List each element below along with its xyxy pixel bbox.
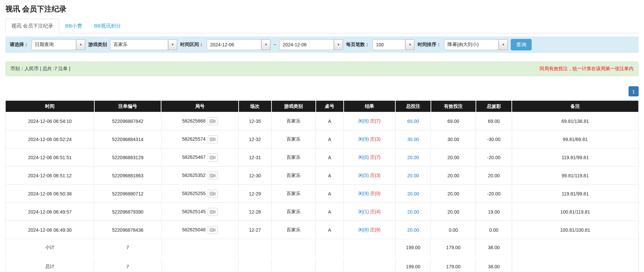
chevron-down-icon[interactable]: ▼ — [405, 39, 414, 50]
table-row: 2024-12-06 06:51:12 522096881863 5826253… — [6, 167, 639, 185]
header-bet-id: 注单编号 — [94, 101, 161, 112]
chevron-down-icon[interactable]: ▼ — [499, 39, 508, 50]
date-to-combobox: ▼ — [279, 39, 343, 50]
game-type-input[interactable] — [110, 39, 168, 50]
table-row: 2024-12-06 06:50:38 522096880712 5826252… — [6, 185, 639, 203]
cell-payout: 0.00 — [476, 221, 512, 239]
query-type-input[interactable] — [32, 39, 76, 50]
search-button[interactable]: 查询 — [511, 39, 532, 50]
video-icon — [210, 210, 215, 214]
page-root: 视讯 会员下注纪录 视讯 会员下注纪录 BB小费 BB视讯积分 请选择： ▼ 游… — [0, 0, 644, 272]
cell-time: 2024-12-06 06:49:57 — [6, 203, 94, 221]
total-bet-link[interactable]: 20.00 — [407, 155, 419, 160]
tab-video-bet-records[interactable]: 视讯 会员下注纪录 — [5, 19, 59, 33]
cell-valid-bet: 20.00 — [431, 185, 476, 203]
cell-payout: -20.00 — [476, 185, 512, 203]
cell-total-bet: 20.00 — [395, 203, 431, 221]
chevron-down-icon[interactable]: ▼ — [334, 39, 343, 50]
result-banker: 庄(3) — [370, 173, 381, 178]
cell-total-bet: 69.00 — [395, 112, 431, 130]
chevron-down-icon[interactable]: ▼ — [168, 39, 177, 50]
tab-bar: 视讯 会员下注纪录 BB小费 BB视讯积分 — [5, 19, 639, 33]
subtotal-row: 小计 7 199.00 179.00 38.00 — [6, 239, 639, 257]
cell-round-id: 582625048 — [161, 221, 238, 239]
cell-payout: 69.00 — [476, 112, 512, 130]
video-replay-button[interactable] — [208, 226, 218, 234]
cell-session: 12-32 — [239, 130, 271, 148]
cell-valid-bet: 69.00 — [431, 112, 476, 130]
cell-bet-id: 522096884314 — [94, 130, 161, 148]
video-replay-button[interactable] — [208, 172, 218, 180]
video-icon — [210, 155, 215, 160]
cell-game-type: 百家乐 — [271, 185, 316, 203]
total-bet-link[interactable]: 20.00 — [407, 173, 419, 178]
cell-valid-bet: 20.00 — [431, 203, 476, 221]
video-replay-button[interactable] — [208, 208, 218, 216]
subtotal-total-bet: 199.00 — [395, 239, 431, 257]
cell-payout: -30.00 — [476, 130, 512, 148]
total-bet-link[interactable]: 20.00 — [407, 191, 419, 196]
subtotal-payout: 38.00 — [476, 239, 512, 257]
total-bet-link[interactable]: 20.00 — [407, 227, 419, 233]
cell-game-type: 百家乐 — [271, 221, 316, 239]
header-result: 结果 — [344, 101, 396, 112]
grand-total-row: 总计 7 199.00 179.00 38.00 — [6, 257, 639, 272]
cell-time: 2024-12-06 06:50:38 — [6, 185, 94, 203]
date-from-input[interactable] — [207, 39, 261, 50]
chevron-down-icon[interactable]: ▼ — [76, 39, 85, 50]
table-row: 2024-12-06 06:51:51 522096883129 5826254… — [6, 148, 639, 167]
cell-remark: 99.81/69.81 — [512, 130, 638, 148]
bet-records-table: 时间 注单编号 局号 场次 游戏类别 桌号 结果 总投注 有效投注 总派彩 备注… — [5, 100, 639, 272]
cell-total-bet: 20.00 — [395, 221, 431, 239]
cell-bet-id: 522096881863 — [94, 167, 161, 185]
cell-remark: 119.81/99.81 — [512, 148, 638, 167]
page-size-input[interactable] — [373, 39, 405, 50]
video-replay-button[interactable] — [208, 117, 218, 125]
total-bet-link[interactable]: 30.00 — [407, 137, 419, 142]
cell-result: 闲(0) 庄(7) — [344, 148, 396, 167]
header-game-type: 游戏类别 — [271, 101, 316, 112]
cell-table-no: A — [316, 167, 344, 185]
cell-session: 12-30 — [239, 167, 271, 185]
chevron-down-icon[interactable]: ▼ — [261, 39, 270, 50]
video-icon — [210, 137, 215, 142]
cell-session: 12-29 — [239, 185, 271, 203]
tab-bb-video-points[interactable]: BB视讯积分 — [88, 19, 127, 33]
cell-round-id: 582625467 — [161, 148, 238, 167]
round-id: 582625574 — [182, 136, 205, 141]
cell-game-type: 百家乐 — [271, 112, 316, 130]
cell-time: 2024-12-06 06:54:10 — [6, 112, 94, 130]
header-session: 场次 — [239, 101, 271, 112]
cell-bet-id: 522096879390 — [94, 203, 161, 221]
cell-table-no: A — [316, 148, 344, 167]
table-header-row: 时间 注单编号 局号 场次 游戏类别 桌号 结果 总投注 有效投注 总派彩 备注 — [6, 101, 639, 112]
round-id: 582625352 — [182, 172, 205, 178]
result-banker: 庄(3) — [370, 136, 381, 142]
table-row: 2024-12-06 06:52:24 522096884314 5826255… — [6, 130, 639, 148]
video-icon — [210, 191, 215, 196]
video-replay-button[interactable] — [208, 135, 218, 143]
cell-session: 12-28 — [239, 203, 271, 221]
cell-payout: 19.00 — [476, 203, 512, 221]
video-replay-button[interactable] — [208, 190, 218, 198]
cell-table-no: A — [316, 130, 344, 148]
cell-valid-bet: 30.00 — [431, 130, 476, 148]
result-banker: 庄(4) — [370, 209, 381, 214]
result-player: 闲(5) — [358, 173, 369, 178]
video-replay-button[interactable] — [208, 153, 218, 162]
cell-round-id: 582625868 — [161, 112, 238, 130]
total-bet-link[interactable]: 69.00 — [407, 119, 419, 124]
cell-bet-id: 522096878436 — [94, 221, 161, 239]
sort-order-input[interactable] — [444, 39, 499, 50]
tab-bb-tips[interactable]: BB小费 — [59, 19, 88, 33]
sort-order-label: 时间排序： — [417, 42, 441, 48]
header-valid-bet: 有效投注 — [431, 101, 476, 112]
date-to-input[interactable] — [279, 39, 334, 50]
result-banker: 庄(8) — [370, 227, 381, 232]
page-number-button[interactable]: 1 — [629, 86, 639, 96]
subtotal-valid-bet: 179.00 — [431, 239, 476, 257]
cell-table-no: A — [316, 185, 344, 203]
total-bet-link[interactable]: 20.00 — [407, 209, 419, 215]
round-id: 582625145 — [182, 209, 205, 214]
cell-valid-bet: 20.00 — [431, 148, 476, 167]
